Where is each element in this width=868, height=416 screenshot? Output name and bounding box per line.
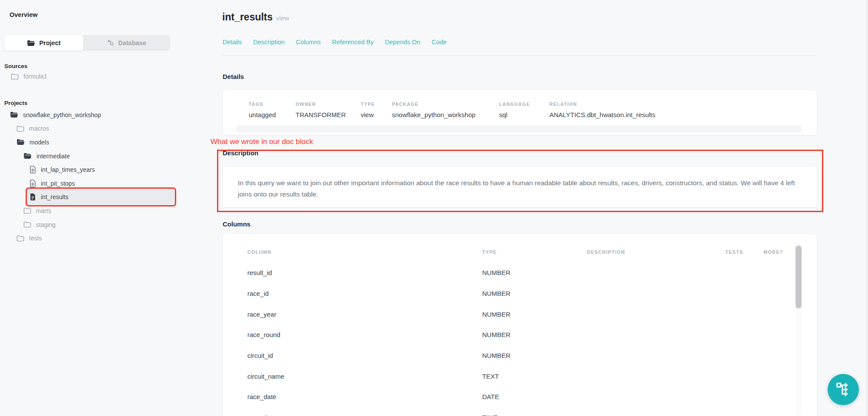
column-name: race_date (247, 393, 482, 400)
tab-code[interactable]: Code (431, 39, 447, 46)
meta-label: PACKAGE (392, 102, 419, 107)
view-toggle: Project Database (4, 35, 170, 51)
table-row[interactable]: race_year NUMBER (223, 304, 792, 324)
sidebar-item-macros[interactable]: macros (0, 122, 221, 136)
folder-open-icon (16, 139, 25, 145)
project-toggle-button[interactable]: Project (4, 35, 83, 51)
folder-icon (16, 125, 24, 132)
folder-open-icon (10, 111, 18, 118)
file-icon (30, 166, 36, 174)
table-row[interactable]: race_time TIME (223, 407, 792, 416)
sidebar-item-intermediate[interactable]: intermediate (0, 149, 221, 163)
sidebar-item-int-pit-stops[interactable]: int_pit_stops (0, 177, 221, 190)
source-label: formula1 (23, 73, 47, 80)
project-toggle-label: Project (39, 39, 60, 46)
column-name: result_id (247, 269, 482, 276)
meta-label: TAGS (249, 102, 263, 107)
meta-value: sql (499, 111, 507, 118)
projects-heading: Projects (4, 100, 27, 106)
tab-depends-on[interactable]: Depends On (385, 39, 420, 46)
column-name: race_id (247, 290, 482, 297)
meta-value: view (361, 111, 374, 118)
tab-bar: Details Description Columns Referenced B… (223, 39, 447, 46)
sidebar-item-formula1[interactable]: formula1 (11, 73, 47, 80)
model-name: int_results (222, 11, 273, 23)
table-row[interactable]: circuit_id NUMBER (223, 345, 792, 366)
column-header-tests: TESTS (725, 249, 763, 255)
folder-icon (11, 73, 19, 80)
meta-label: TYPE (361, 102, 375, 107)
database-toggle-button[interactable]: Database (83, 35, 170, 51)
page-title: int_resultsview (222, 11, 289, 23)
database-tree-icon (107, 39, 114, 46)
sidebar-item-snowflake-python-workshop[interactable]: snowflake_python_workshop (0, 108, 221, 122)
tab-description[interactable]: Description (253, 39, 285, 46)
meta-label: OWNER (296, 102, 316, 107)
column-name: race_year (247, 311, 482, 318)
tree-item-label: staging (36, 221, 56, 228)
file-solid-icon (30, 193, 36, 201)
column-type: NUMBER (482, 311, 587, 318)
tree-item-label: models (30, 139, 49, 146)
columns-table-header: COLUMN TYPE DESCRIPTION TESTS MORE? (223, 249, 792, 255)
description-heading: Description (223, 149, 259, 157)
doc-block-annotation: What we wrote in our doc block (210, 138, 313, 146)
description-text: In this query we want to join out other … (238, 177, 804, 200)
table-row[interactable]: race_id NUMBER (223, 283, 792, 304)
sidebar-item-models[interactable]: models (0, 135, 221, 149)
sidebar: Overview Project Database Sources formul… (0, 0, 221, 416)
column-name: circuit_name (247, 373, 482, 380)
column-header-description: DESCRIPTION (587, 249, 725, 255)
column-type: TIME (482, 414, 587, 416)
column-type: NUMBER (482, 290, 587, 297)
project-tree: snowflake_python_workshop macros models … (0, 108, 221, 245)
meta-value: snowflake_python_workshop (392, 111, 476, 118)
column-type: NUMBER (482, 269, 587, 276)
tab-referenced-by[interactable]: Referenced By (332, 39, 374, 46)
tree-item-label: snowflake_python_workshop (23, 111, 101, 118)
main-content: int_resultsview Details Description Colu… (222, 0, 817, 416)
columns-card: COLUMN TYPE DESCRIPTION TESTS MORE? resu… (222, 233, 817, 416)
folder-open-icon (27, 40, 35, 46)
sidebar-item-staging[interactable]: staging (0, 218, 221, 232)
database-toggle-label: Database (118, 39, 146, 46)
description-card: In this query we want to join out other … (222, 166, 817, 207)
folder-open-icon (23, 153, 32, 159)
meta-value: ANALYTICS.dbt_hwatson.int_results (549, 111, 655, 118)
tree-item-label: marts (36, 207, 51, 214)
sidebar-item-tests[interactable]: tests (0, 231, 221, 245)
folder-icon (16, 235, 24, 242)
sidebar-item-marts[interactable]: marts (0, 204, 221, 218)
tree-item-label: macros (29, 125, 49, 132)
table-row[interactable]: result_id NUMBER (223, 262, 792, 283)
tree-item-label: int_lap_times_years (41, 166, 95, 173)
table-row[interactable]: circuit_name TEXT (223, 366, 792, 387)
sidebar-item-int-lap-times-years[interactable]: int_lap_times_years (0, 163, 221, 177)
details-card: TAGS untagged OWNER TRANSFORMER TYPE vie… (222, 89, 817, 135)
column-header-more: MORE? (763, 249, 792, 255)
folder-icon (23, 221, 31, 228)
meta-label: RELATION (549, 102, 577, 107)
sources-heading: Sources (4, 63, 27, 69)
folder-icon (23, 207, 31, 214)
model-type-badge: view (276, 14, 289, 22)
lineage-graph-icon (835, 382, 851, 397)
table-row[interactable]: race_date DATE (223, 387, 792, 407)
tab-details[interactable]: Details (223, 39, 242, 46)
column-header-column: COLUMN (247, 249, 482, 255)
meta-value: untagged (249, 111, 276, 118)
column-type: DATE (482, 393, 587, 400)
file-icon (30, 180, 36, 187)
meta-value: TRANSFORMER (296, 111, 346, 118)
columns-heading: Columns (223, 220, 250, 228)
table-scrollbar-thumb[interactable] (796, 246, 802, 308)
table-row[interactable]: race_round NUMBER (223, 324, 792, 345)
lineage-graph-button[interactable] (828, 374, 859, 405)
page-scrollbar[interactable] (866, 0, 868, 416)
tab-columns[interactable]: Columns (296, 39, 321, 46)
details-collapsed-strip (237, 126, 801, 132)
column-name: race_time (247, 414, 482, 416)
sidebar-item-int-results[interactable]: int_results (27, 189, 175, 205)
tree-item-label: intermediate (36, 153, 70, 160)
column-name: race_round (247, 331, 482, 338)
